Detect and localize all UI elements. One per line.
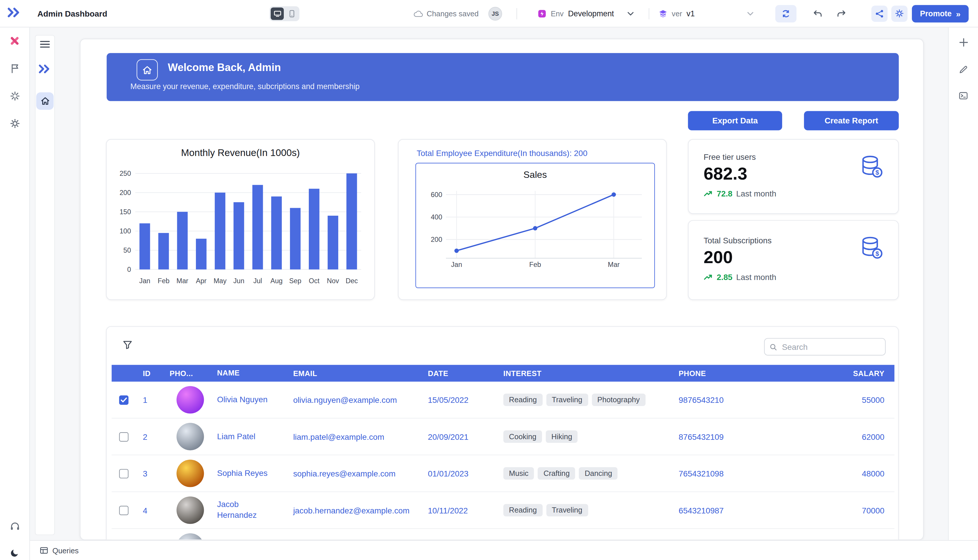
stat-label: Free tier users [703, 152, 883, 162]
flag-icon[interactable] [10, 64, 19, 73]
queries-label[interactable]: Queries [52, 546, 78, 555]
support-icon[interactable] [10, 522, 20, 531]
cell-date[interactable]: 01/01/2023 [422, 468, 497, 478]
logo-icon[interactable] [8, 7, 21, 20]
stat-delta: 2.85 [716, 272, 732, 282]
row-checkbox[interactable] [119, 505, 128, 515]
cell-salary[interactable]: 48000 [778, 468, 895, 478]
cell-date[interactable]: 10/11/2022 [422, 505, 497, 515]
interest-tag: Traveling [546, 504, 588, 516]
cell-name[interactable]: Liam Patel [211, 432, 287, 442]
search-box[interactable] [764, 338, 886, 355]
promote-button[interactable]: Promote » [912, 5, 969, 22]
debug-panel-icon[interactable] [959, 92, 968, 100]
cell-photo [170, 460, 211, 487]
desktop-mode-button[interactable] [271, 7, 284, 20]
column-header[interactable]: EMAIL [287, 369, 422, 378]
cell-phone[interactable]: 6543210987 [672, 505, 778, 515]
filter-icon[interactable] [123, 340, 132, 351]
expenditure-label: Total Employee Expenditure(In thousands)… [417, 148, 587, 158]
stat-period: Last month [736, 189, 776, 198]
cell-salary[interactable]: 62000 [778, 432, 895, 441]
svg-text:Jan: Jan [451, 261, 462, 268]
svg-text:$: $ [876, 250, 879, 257]
share-button[interactable] [871, 5, 888, 22]
cell-name[interactable]: Sophia Reyes [211, 468, 287, 478]
column-header[interactable]: NAME [211, 368, 287, 378]
undo-button[interactable] [813, 9, 823, 18]
cell-id[interactable]: 2 [137, 432, 170, 441]
cell-salary[interactable]: 55000 [778, 395, 895, 405]
env-value: Development [568, 9, 614, 18]
table-body: 1Olivia Nguyenolivia.nguyen@example.com1… [112, 382, 895, 540]
stat-trend: 2.85 Last month [703, 272, 883, 282]
refresh-button[interactable] [775, 5, 796, 22]
cell-name[interactable]: Jacob Hernandez [211, 500, 287, 521]
top-bar: Admin Dashboard Changes saved JS Env Dev… [0, 0, 978, 27]
column-header[interactable]: DATE [422, 369, 497, 378]
cell-id[interactable]: 3 [137, 468, 170, 478]
table-header: IDPHO...NAMEEMAILDATEINTERESTPHONESALARY [112, 365, 895, 382]
cell-phone[interactable]: 7654321098 [672, 468, 778, 478]
create-report-button[interactable]: Create Report [804, 111, 899, 130]
cell-phone[interactable]: 8765432109 [672, 432, 778, 441]
search-input[interactable] [781, 342, 880, 352]
row-checkbox[interactable] [119, 468, 128, 478]
column-header[interactable]: ID [137, 369, 170, 378]
interest-tag: Cooking [503, 430, 542, 443]
menu-icon[interactable] [40, 40, 50, 48]
svg-text:May: May [214, 277, 227, 285]
avatar [177, 497, 204, 524]
bar-chart-title: Monthly Revenue(In 1000s) [107, 147, 374, 158]
table-row[interactable]: 4Jacob Hernandezjacob.hernandez@example.… [112, 492, 895, 529]
settings-icon[interactable] [10, 118, 20, 128]
column-header[interactable]: SALARY [778, 369, 895, 378]
svg-text:400: 400 [431, 213, 442, 221]
svg-text:200: 200 [431, 236, 442, 243]
app-icon[interactable] [9, 35, 20, 46]
version-value: v1 [686, 9, 695, 18]
settings-button[interactable] [891, 5, 908, 22]
cell-email[interactable]: olivia.nguyen@example.com [287, 395, 422, 405]
bar-chart: 050100150200250JanFebMarAprMayJunJulAugS… [108, 166, 370, 291]
cell-salary[interactable]: 70000 [778, 505, 895, 515]
gear-icon [895, 9, 904, 18]
theme-moon-icon[interactable] [10, 548, 19, 558]
table-row[interactable]: 1Olivia Nguyenolivia.nguyen@example.com1… [112, 382, 895, 418]
home-page-button[interactable] [36, 92, 53, 110]
version-selector[interactable]: ver v1 [659, 5, 753, 22]
svg-text:150: 150 [120, 208, 131, 216]
cell-interests: MusicCraftingDancing [497, 467, 672, 480]
edit-icon[interactable] [959, 65, 968, 74]
cell-email[interactable]: liam.patel@example.com [287, 432, 422, 441]
spark-icon[interactable] [10, 91, 20, 101]
svg-text:Jul: Jul [253, 277, 262, 285]
database-dollar-icon: $ [860, 236, 883, 262]
row-checkbox[interactable] [119, 395, 128, 405]
export-data-button[interactable]: Export Data [688, 111, 782, 130]
cell-email[interactable]: jacob.hernandez@example.com [287, 505, 422, 515]
mobile-mode-button[interactable] [285, 7, 298, 20]
column-header[interactable]: PHO... [170, 369, 211, 378]
cell-date[interactable]: 15/05/2022 [422, 395, 497, 405]
stat-period: Last month [736, 272, 776, 282]
env-selector[interactable]: Env Development [538, 5, 634, 22]
cell-select [112, 395, 137, 405]
cell-id[interactable]: 1 [137, 395, 170, 405]
cell-phone[interactable]: 9876543210 [672, 395, 778, 405]
queries-icon [40, 545, 48, 556]
column-header[interactable]: PHONE [672, 369, 778, 378]
cell-date[interactable]: 20/09/2021 [422, 432, 497, 441]
cell-interests: CookingHiking [497, 430, 672, 443]
table-row[interactable]: 2Liam Patelliam.patel@example.com20/09/2… [112, 418, 895, 455]
user-avatar[interactable]: JS [488, 7, 502, 20]
svg-text:Jan: Jan [139, 277, 150, 285]
redo-button[interactable] [836, 9, 846, 18]
table-row[interactable]: 3Sophia Reyessophia.reyes@example.com01/… [112, 455, 895, 492]
row-checkbox[interactable] [119, 432, 128, 441]
column-header[interactable]: INTEREST [497, 369, 672, 378]
add-component-icon[interactable] [958, 38, 968, 47]
cell-id[interactable]: 4 [137, 505, 170, 515]
cell-email[interactable]: sophia.reyes@example.com [287, 468, 422, 478]
cell-name[interactable]: Olivia Nguyen [211, 394, 287, 405]
